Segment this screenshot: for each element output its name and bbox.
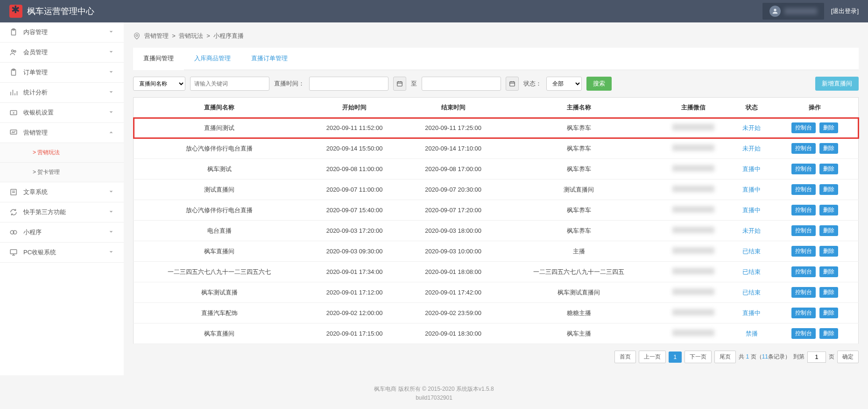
delete-button[interactable]: 删除 <box>819 184 838 195</box>
console-button[interactable]: 控制台 <box>791 205 816 215</box>
delete-button[interactable]: 删除 <box>819 225 838 236</box>
mini-icon <box>9 228 18 237</box>
delete-button[interactable]: 删除 <box>819 143 838 154</box>
tab[interactable]: 直播订单管理 <box>241 48 298 70</box>
new-live-button[interactable]: 新增直播间 <box>815 77 859 91</box>
next-page[interactable]: 下一页 <box>685 351 712 363</box>
cell-start: 2020-09-07 11:00:00 <box>305 179 404 200</box>
delete-button[interactable]: 删除 <box>819 205 838 215</box>
logout-link[interactable]: [退出登录] <box>831 7 859 15</box>
user-area[interactable] <box>762 3 824 20</box>
start-time-input[interactable] <box>309 77 388 91</box>
console-button[interactable]: 控制台 <box>791 287 816 298</box>
cell-wechat <box>655 241 732 262</box>
breadcrumb-item[interactable]: 营销玩法 <box>179 32 203 39</box>
delete-button[interactable]: 删除 <box>819 266 838 277</box>
end-time-input[interactable] <box>422 77 501 91</box>
table-header: 操作 <box>771 98 858 118</box>
svg-point-0 <box>774 9 776 11</box>
submenu-item[interactable]: > 营销玩法 <box>0 143 124 163</box>
status-link[interactable]: 已结束 <box>742 248 761 255</box>
sidebar-item[interactable]: 小程序 <box>0 222 124 243</box>
delete-button[interactable]: 删除 <box>819 308 838 318</box>
sidebar-item[interactable]: 文章系统 <box>0 182 124 202</box>
console-button[interactable]: 控制台 <box>791 328 816 339</box>
cell-actions: 控制台 删除 <box>771 200 858 221</box>
table-row: 电台直播 2020-09-03 17:20:00 2020-09-03 18:0… <box>134 221 859 241</box>
cell-start: 2020-09-02 12:00:00 <box>305 303 404 323</box>
sidebar-item[interactable]: PC收银系统 <box>0 243 124 263</box>
goto-input[interactable] <box>807 352 826 363</box>
pagination: 首页 上一页 1 下一页 尾页 共 1 页（11条记录） 到第 页 确定 <box>133 344 859 370</box>
sidebar-item[interactable]: 会员管理 <box>0 43 124 63</box>
delete-button[interactable]: 删除 <box>819 328 838 339</box>
sidebar-item[interactable]: 营销管理 <box>0 123 124 143</box>
table-row: 枫车直播间 2020-09-03 09:30:00 2020-09-03 10:… <box>134 241 859 262</box>
breadcrumb-item: 小程序直播 <box>213 32 244 39</box>
status-link[interactable]: 直播中 <box>742 165 761 172</box>
goto-confirm[interactable]: 确定 <box>837 351 859 363</box>
search-button[interactable]: 搜索 <box>586 77 612 91</box>
status-link[interactable]: 禁播 <box>746 330 758 337</box>
cell-status: 直播中 <box>732 179 771 200</box>
status-link[interactable]: 未开始 <box>742 124 761 131</box>
cell-end: 2020-09-11 17:25:00 <box>404 118 503 138</box>
sidebar-item[interactable]: 快手第三方功能 <box>0 202 124 222</box>
status-link[interactable]: 未开始 <box>742 145 761 152</box>
first-page[interactable]: 首页 <box>614 351 636 363</box>
tab[interactable]: 直播间管理 <box>133 48 184 70</box>
field-select[interactable]: 直播间名称 <box>133 77 185 91</box>
console-button[interactable]: 控制台 <box>791 164 816 174</box>
refresh-icon <box>9 208 18 216</box>
sidebar-item[interactable]: ¥收银机设置 <box>0 103 124 123</box>
cell-host: 一二三四五六七八九十一二三四五 <box>503 262 656 282</box>
cell-name: 一二三四五六七八九十一二三四五六七 <box>134 262 305 282</box>
console-button[interactable]: 控制台 <box>791 184 816 195</box>
delete-button[interactable]: 删除 <box>819 164 838 174</box>
status-link[interactable]: 已结束 <box>742 268 761 275</box>
calendar-icon[interactable] <box>393 77 406 91</box>
cell-actions: 控制台 删除 <box>771 159 858 179</box>
console-button[interactable]: 控制台 <box>791 225 816 236</box>
sidebar-item[interactable]: 订单管理 <box>0 63 124 83</box>
status-select[interactable]: 全部 <box>546 77 582 91</box>
tab[interactable]: 入库商品管理 <box>184 48 241 70</box>
console-button[interactable]: 控制台 <box>791 246 816 257</box>
keyword-input[interactable] <box>190 77 269 91</box>
calendar-icon[interactable] <box>506 77 519 91</box>
last-page[interactable]: 尾页 <box>714 351 736 363</box>
console-button[interactable]: 控制台 <box>791 122 816 133</box>
cell-actions: 控制台 删除 <box>771 138 858 159</box>
status-link[interactable]: 直播中 <box>742 186 761 193</box>
console-button[interactable]: 控制台 <box>791 266 816 277</box>
sidebar-item[interactable]: 统计分析 <box>0 83 124 103</box>
cell-start: 2020-09-01 17:34:00 <box>305 262 404 282</box>
cell-actions: 控制台 删除 <box>771 221 858 241</box>
cell-name: 直播汽车配饰 <box>134 303 305 323</box>
cell-status: 未开始 <box>732 118 771 138</box>
cell-wechat <box>655 262 732 282</box>
delete-button[interactable]: 删除 <box>819 122 838 133</box>
chevron-down-icon <box>108 69 114 77</box>
breadcrumb-item[interactable]: 营销管理 <box>144 32 169 39</box>
cell-wechat <box>655 303 732 323</box>
prev-page[interactable]: 上一页 <box>639 351 666 363</box>
cell-start: 2020-09-08 11:00:00 <box>305 159 404 179</box>
status-link[interactable]: 直播中 <box>742 207 761 214</box>
page-number[interactable]: 1 <box>669 352 682 363</box>
monitor-icon <box>9 129 18 137</box>
delete-button[interactable]: 删除 <box>819 287 838 298</box>
console-button[interactable]: 控制台 <box>791 143 816 154</box>
submenu-item[interactable]: > 贺卡管理 <box>0 163 124 182</box>
status-link[interactable]: 已结束 <box>742 289 761 296</box>
delete-button[interactable]: 删除 <box>819 246 838 257</box>
status-link[interactable]: 直播中 <box>742 309 761 316</box>
table-row: 枫车直播间 2020-09-01 17:15:00 2020-09-01 18:… <box>134 323 859 344</box>
cell-wechat <box>655 159 732 179</box>
user-name <box>784 8 817 14</box>
console-button[interactable]: 控制台 <box>791 308 816 318</box>
status-link[interactable]: 未开始 <box>742 227 761 234</box>
cell-actions: 控制台 删除 <box>771 241 858 262</box>
sidebar-item[interactable]: 内容管理 <box>0 22 124 43</box>
cell-name: 枫车测试直播 <box>134 282 305 303</box>
